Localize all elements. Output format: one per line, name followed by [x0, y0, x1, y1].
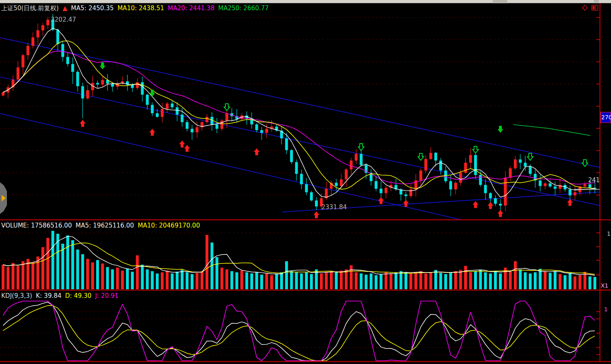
candle-body: [2, 92, 4, 96]
volume-bar: [479, 270, 482, 289]
volume-bar: [121, 270, 124, 289]
buy-arrow: [473, 201, 478, 208]
candle-body: [484, 185, 487, 193]
volume-bar: [195, 273, 198, 289]
candle-body: [136, 82, 139, 88]
candle-body: [310, 192, 313, 201]
volume-bar: [425, 273, 427, 289]
window-top-strip: [0, 0, 611, 3]
candle-body: [225, 113, 228, 121]
volume-bar: [7, 267, 9, 289]
kdj-j-line: [3, 301, 595, 361]
volume-bar: [564, 275, 566, 289]
volume-bar: [389, 273, 392, 289]
volume-bar: [534, 272, 537, 289]
candle-body: [384, 188, 387, 193]
low-price-label: 2331.84: [321, 203, 347, 211]
main-chart-header: 上证50(日线.前复权)MA5: 2450.35MA10: 2438.51MA2…: [1, 4, 272, 12]
candle-body: [96, 83, 99, 85]
volume-bar: [365, 275, 368, 289]
volume-bar: [66, 235, 69, 289]
candle-body: [360, 154, 363, 165]
strip-notch: [493, 0, 507, 3]
volume-bar: [514, 261, 517, 289]
strip-notch: [594, 0, 599, 3]
volume-bar: [41, 247, 44, 289]
buy-arrow: [149, 129, 155, 136]
candle-body: [459, 173, 462, 183]
buy-arrow: [403, 200, 409, 207]
candle-body: [554, 186, 557, 188]
volume-bar: [146, 269, 149, 289]
buy-arrow: [378, 197, 384, 204]
volume-bar: [101, 264, 104, 289]
volume-bar: [539, 269, 541, 289]
sell-arrow: [100, 63, 106, 69]
volume-bar: [320, 273, 323, 289]
candle-body: [355, 154, 357, 161]
volume-bar: [499, 273, 502, 289]
volume-bar: [340, 270, 343, 289]
volume-unit-label: X1: [601, 282, 609, 289]
volume-bar: [579, 275, 582, 289]
candle-body: [340, 179, 343, 186]
candle-body: [146, 95, 149, 105]
diamond-marker-icon[interactable]: [581, 4, 589, 11]
volume-bar: [52, 231, 54, 289]
volume-bar: [375, 275, 377, 289]
candle-body: [489, 193, 492, 198]
peak-price-label: 3202.47: [51, 16, 76, 23]
sell-arrow-hollow: [418, 153, 424, 160]
volume-bar: [16, 266, 19, 289]
candle-body: [86, 90, 89, 98]
ma20-value: MA20: 2441.38: [168, 4, 214, 12]
candle-body: [404, 194, 407, 196]
buy-arrow: [184, 145, 190, 152]
candle-body: [141, 82, 144, 94]
sell-arrow: [498, 126, 503, 133]
ma10-line: [3, 41, 595, 189]
volume-bar: [529, 273, 532, 289]
volume-bar: [310, 274, 313, 289]
last-price-label: 241: [588, 176, 600, 184]
volume-bar: [106, 267, 109, 289]
volume-bar: [230, 271, 233, 289]
split-window-icon[interactable]: [591, 4, 599, 11]
volume-bar: [554, 271, 557, 289]
kdj-name: KDJ(9,3,3): [1, 292, 32, 299]
candle-body: [464, 163, 467, 172]
candle-body: [469, 155, 472, 163]
volume-bar: [131, 272, 134, 289]
volume-axis-top-label: 1: [607, 230, 611, 237]
candle-body: [171, 103, 173, 107]
candle-body: [375, 181, 377, 188]
candle-body: [27, 46, 29, 55]
volume-bar: [454, 271, 457, 289]
buy-arrow: [314, 211, 319, 218]
volume-bar: [46, 238, 49, 289]
candle-body: [206, 117, 209, 122]
candle-body: [504, 178, 507, 205]
volume-bar: [176, 272, 179, 289]
volume-bar: [474, 271, 477, 289]
volume-panel-header: VOLUME: 17586516.00MA5: 19625116.00MA10:…: [1, 222, 204, 229]
volume-bar: [156, 273, 159, 289]
candle-body: [479, 175, 482, 185]
volume-bar: [434, 270, 437, 289]
candle-body: [156, 113, 159, 117]
chart-canvas: [0, 0, 611, 364]
signal-up-arrow-icon: [63, 6, 67, 11]
candle-body: [131, 85, 134, 88]
volume-bar: [81, 254, 84, 289]
volume-bar: [255, 272, 258, 289]
buy-arrow: [179, 141, 185, 147]
candle-body: [176, 107, 179, 115]
ma250-value: MA250: 2660.77: [218, 4, 269, 12]
volume-bar: [509, 271, 512, 289]
volume-bar: [186, 272, 189, 289]
volume-bar: [360, 273, 363, 289]
candle-body: [529, 167, 532, 174]
candle-body: [22, 55, 25, 67]
volume-bar: [494, 271, 497, 289]
volume-bar: [325, 272, 328, 289]
